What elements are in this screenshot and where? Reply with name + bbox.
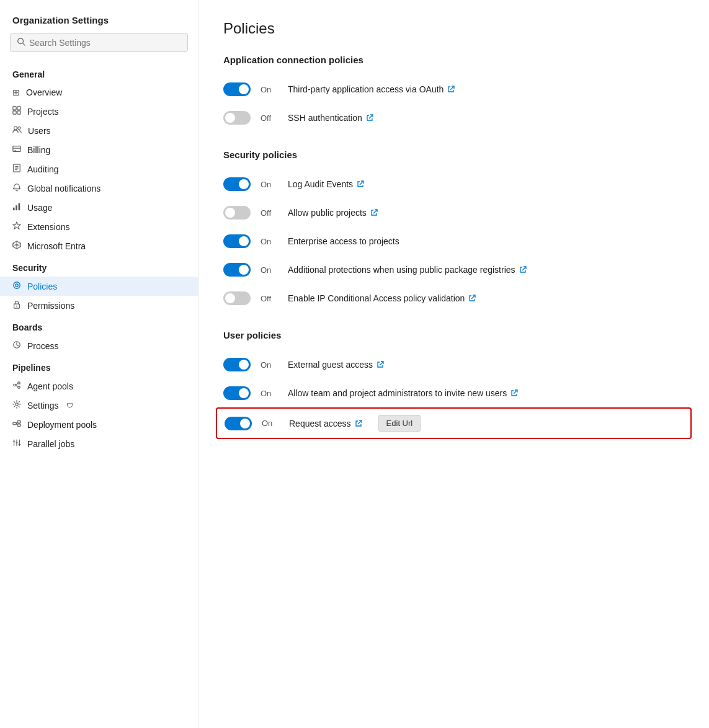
svg-point-9 (15, 150, 16, 151)
sidebar-item-agent-pools[interactable]: Agent pools (0, 376, 198, 396)
public-package-state-label: On (261, 265, 278, 275)
sidebar: Organization Settings General ⊞ Overview… (0, 0, 198, 728)
svg-rect-34 (17, 424, 20, 427)
oauth-policy-text: Third-party application access via OAuth (288, 84, 455, 94)
sidebar-item-label: Billing (27, 145, 50, 155)
sidebar-item-usage[interactable]: Usage (0, 198, 198, 217)
search-input[interactable] (29, 38, 181, 48)
svg-point-31 (16, 403, 18, 406)
svg-line-35 (16, 422, 17, 424)
svg-rect-5 (17, 111, 20, 114)
svg-point-24 (16, 306, 17, 307)
svg-rect-14 (13, 208, 15, 210)
sidebar-item-users[interactable]: Users (0, 121, 198, 140)
section-header-pipelines: Pipelines (0, 355, 198, 376)
svg-point-22 (16, 284, 18, 286)
log-audit-policy-text: Log Audit Events (288, 179, 364, 189)
page-title: Policies (223, 20, 684, 37)
sidebar-item-label: Microsoft Entra (27, 241, 86, 251)
sidebar-item-auditing[interactable]: Auditing (0, 159, 198, 179)
invite-users-toggle[interactable] (223, 386, 251, 400)
oauth-link-icon (447, 86, 455, 93)
invite-users-link-icon (511, 389, 518, 397)
request-access-link-icon (355, 420, 362, 427)
users-icon (12, 125, 22, 136)
svg-point-27 (18, 382, 20, 384)
sidebar-item-label: Projects (27, 107, 59, 117)
extensions-icon (12, 221, 21, 232)
svg-line-30 (16, 385, 18, 387)
enterprise-access-toggle[interactable] (223, 234, 251, 248)
svg-point-28 (18, 386, 20, 389)
agent-pools-icon (12, 381, 21, 391)
svg-point-6 (14, 127, 17, 130)
section-header-boards: Boards (0, 315, 198, 336)
guest-access-toggle[interactable] (223, 358, 251, 371)
parallel-jobs-icon (12, 438, 21, 449)
ip-conditional-toggle[interactable] (223, 291, 251, 305)
search-icon (17, 37, 25, 48)
request-access-policy-text: Request access (289, 419, 362, 428)
ip-conditional-link-icon (468, 295, 476, 302)
public-package-policy-text: Additional protections when using public… (288, 265, 527, 275)
oauth-toggle-track[interactable] (223, 82, 251, 96)
svg-point-26 (14, 384, 16, 386)
svg-line-50 (514, 391, 517, 394)
guest-access-state-label: On (261, 360, 278, 370)
public-package-toggle[interactable] (223, 263, 251, 277)
invite-users-state-label: On (261, 389, 278, 398)
sidebar-item-global-notifications[interactable]: Global notifications (0, 179, 198, 198)
svg-line-1 (23, 43, 25, 46)
public-projects-toggle[interactable] (223, 206, 251, 220)
log-audit-toggle[interactable] (223, 177, 251, 191)
svg-line-48 (471, 296, 475, 299)
sidebar-item-settings[interactable]: Settings 🛡 (0, 396, 198, 415)
sidebar-item-label: Parallel jobs (27, 439, 74, 449)
sidebar-item-label: Usage (27, 203, 52, 213)
svg-line-43 (450, 87, 453, 90)
sidebar-item-process[interactable]: Process (0, 336, 198, 355)
oauth-toggle[interactable] (223, 82, 251, 96)
sidebar-item-deployment-pools[interactable]: Deployment pools (0, 415, 198, 434)
sidebar-item-microsoft-entra[interactable]: Microsoft Entra (0, 236, 198, 255)
svg-rect-33 (17, 421, 20, 424)
sidebar-item-projects[interactable]: Projects (0, 102, 198, 121)
svg-rect-3 (17, 107, 20, 110)
log-audit-state-label: On (261, 180, 278, 189)
sidebar-item-label: Policies (27, 282, 57, 291)
auditing-icon (12, 164, 21, 174)
sidebar-item-label: Permissions (27, 301, 74, 311)
oauth-state-label: On (261, 85, 278, 94)
sidebar-item-overview[interactable]: ⊞ Overview (0, 83, 198, 102)
svg-line-45 (360, 182, 363, 185)
svg-line-47 (522, 267, 525, 270)
search-box[interactable] (10, 33, 188, 52)
main-content: Policies Application connection policies… (198, 0, 709, 728)
process-icon (12, 340, 21, 351)
svg-rect-2 (13, 107, 16, 110)
edit-url-button[interactable]: Edit Url (378, 415, 421, 432)
sidebar-item-parallel-jobs[interactable]: Parallel jobs (0, 434, 198, 453)
policy-row-log-audit: On Log Audit Events (223, 170, 684, 198)
deployment-pools-icon (12, 419, 21, 430)
ssh-toggle-track[interactable] (223, 111, 251, 125)
guest-access-link-icon (377, 361, 384, 368)
public-projects-state-label: Off (261, 208, 278, 218)
svg-rect-32 (13, 422, 16, 425)
app-connection-title: Application connection policies (223, 55, 684, 65)
request-access-toggle[interactable] (225, 417, 252, 430)
settings-badge: 🛡 (66, 402, 73, 409)
enterprise-access-state-label: On (261, 237, 278, 246)
sidebar-item-label: Auditing (27, 164, 59, 174)
sidebar-item-permissions[interactable]: Permissions (0, 296, 198, 315)
sidebar-item-billing[interactable]: Billing (0, 140, 198, 159)
policy-row-oauth: On Third-party application access via OA… (223, 75, 684, 104)
public-projects-policy-text: Allow public projects (288, 208, 378, 218)
policies-icon (12, 281, 21, 291)
svg-rect-16 (19, 203, 20, 210)
ssh-toggle[interactable] (223, 111, 251, 125)
public-projects-link-icon (370, 209, 378, 216)
sidebar-item-extensions[interactable]: Extensions (0, 217, 198, 236)
sidebar-item-policies[interactable]: Policies (0, 277, 198, 296)
svg-rect-8 (13, 146, 20, 152)
